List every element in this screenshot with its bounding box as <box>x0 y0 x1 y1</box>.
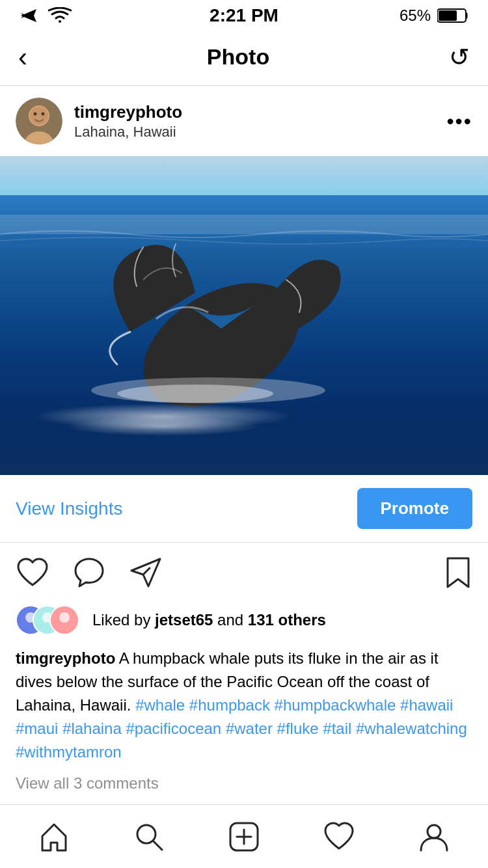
liked-by-user: jetset65 <box>155 611 213 629</box>
post-image <box>0 156 488 475</box>
username: timgreyphoto <box>74 102 182 122</box>
likes-row: Liked by jetset65 and 131 others <box>0 603 488 644</box>
location: Lahaina, Hawaii <box>74 124 182 141</box>
avatar-image <box>16 98 62 144</box>
svg-point-16 <box>59 612 70 623</box>
liked-by-prefix: Liked by <box>92 611 155 629</box>
refresh-button[interactable]: ↺ <box>449 43 470 72</box>
svg-rect-1 <box>439 10 457 21</box>
liked-by-count: 131 others <box>248 611 326 629</box>
likes-text: Liked by jetset65 and 131 others <box>92 611 326 629</box>
svg-point-6 <box>34 113 37 116</box>
post-user-info[interactable]: timgreyphoto Lahaina, Hawaii <box>16 98 182 144</box>
home-icon <box>38 821 70 853</box>
nav-bar: ‹ Photo ↺ <box>0 29 488 86</box>
comment-button[interactable] <box>73 556 105 589</box>
svg-point-22 <box>427 825 441 838</box>
svg-point-5 <box>30 107 48 125</box>
more-options-button[interactable]: ••• <box>446 109 472 133</box>
status-right: 65% <box>400 7 470 25</box>
actions-left <box>16 556 163 589</box>
user-details: timgreyphoto Lahaina, Hawaii <box>74 102 182 141</box>
send-icon <box>129 556 163 589</box>
comment-icon <box>73 556 105 589</box>
svg-point-7 <box>42 113 45 116</box>
likes-avatars <box>16 605 72 635</box>
battery-percent: 65% <box>400 7 431 25</box>
nav-activity-button[interactable] <box>310 815 368 859</box>
nav-search-button[interactable] <box>120 814 178 860</box>
heart-icon <box>16 557 49 588</box>
insights-promote-bar: View Insights Promote <box>0 475 488 543</box>
battery-icon <box>437 7 470 24</box>
liked-by-and: and <box>213 611 247 629</box>
promote-button[interactable]: Promote <box>357 488 472 529</box>
page-title: Photo <box>207 44 269 70</box>
share-button[interactable] <box>129 556 163 589</box>
wifi-icon <box>48 7 72 24</box>
status-time: 2:21 PM <box>210 5 278 26</box>
heart-nav-icon <box>323 821 355 852</box>
airplane-icon <box>18 7 40 25</box>
foam <box>65 416 260 436</box>
wave-lines <box>0 221 488 247</box>
like-button[interactable] <box>16 557 49 588</box>
bookmark-icon <box>444 556 472 590</box>
status-bar: 2:21 PM 65% <box>0 0 488 29</box>
avatar <box>16 98 62 144</box>
view-insights-button[interactable]: View Insights <box>16 498 122 519</box>
svg-point-10 <box>117 385 273 403</box>
post-header: timgreyphoto Lahaina, Hawaii ••• <box>0 86 488 156</box>
post-actions <box>0 543 488 603</box>
status-icons-left <box>18 7 72 25</box>
view-all-comments-button[interactable]: View all 3 comments <box>0 774 488 802</box>
caption-username[interactable]: timgreyphoto <box>16 649 115 667</box>
add-icon <box>228 821 260 853</box>
bookmark-button[interactable] <box>444 556 472 590</box>
post-caption: timgreyphoto A humpback whale puts its f… <box>0 644 488 774</box>
like-avatar-3 <box>49 605 79 635</box>
sky <box>0 156 488 195</box>
bottom-nav <box>0 804 488 868</box>
back-button[interactable]: ‹ <box>18 42 27 73</box>
search-icon <box>133 821 165 853</box>
svg-line-18 <box>153 841 162 850</box>
nav-profile-button[interactable] <box>405 814 463 860</box>
nav-home-button[interactable] <box>25 814 83 860</box>
nav-add-button[interactable] <box>215 814 273 860</box>
profile-icon <box>418 821 450 853</box>
